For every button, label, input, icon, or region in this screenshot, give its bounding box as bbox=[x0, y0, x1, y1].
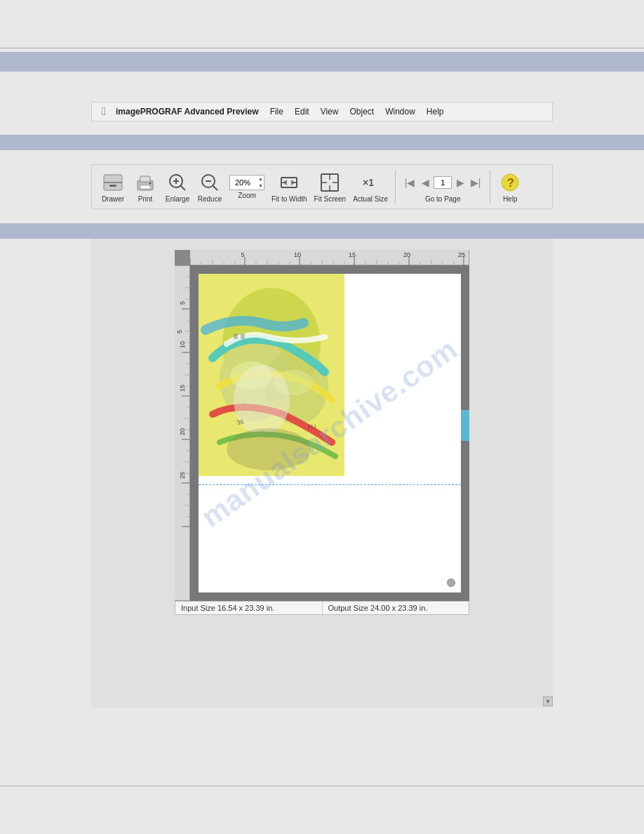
svg-rect-98 bbox=[241, 333, 245, 339]
output-size-label: Output Size 24.00 x 23.39 in. bbox=[323, 602, 469, 614]
help-button[interactable]: ? Help bbox=[495, 168, 525, 206]
fit-to-width-label: Fit to Width bbox=[271, 195, 307, 203]
svg-rect-2 bbox=[109, 185, 116, 187]
svg-text:5: 5 bbox=[179, 301, 186, 305]
menu-file[interactable]: File bbox=[270, 107, 283, 117]
right-scroll-tab[interactable] bbox=[461, 410, 469, 441]
zoom-control: ▲ ▼ Zoom bbox=[227, 172, 267, 202]
actual-size-button[interactable]: ×1 Actual Size bbox=[350, 168, 391, 206]
image-content: 36 111 bbox=[199, 274, 344, 476]
bottom-divider bbox=[0, 786, 644, 786]
menu-window[interactable]: Window bbox=[385, 107, 415, 117]
svg-text:10: 10 bbox=[179, 341, 186, 348]
menu-help[interactable]: Help bbox=[427, 107, 444, 117]
print-icon bbox=[134, 171, 156, 194]
actual-size-icon: ×1 bbox=[359, 171, 382, 194]
svg-rect-97 bbox=[234, 333, 238, 339]
enlarge-label: Enlarge bbox=[166, 195, 189, 203]
svg-rect-1 bbox=[104, 182, 122, 183]
menu-view[interactable]: View bbox=[321, 107, 339, 117]
help-label: Help bbox=[503, 195, 518, 203]
reduce-button[interactable]: Reduce bbox=[194, 168, 225, 206]
go-to-page-control: |◀ ◀ ▶ ▶| Go to Page bbox=[400, 168, 485, 206]
menu-bar:  imagePROGRAF Advanced Preview File Edi… bbox=[91, 102, 553, 121]
zoom-input[interactable] bbox=[230, 178, 255, 187]
next-page-button[interactable]: ▶ bbox=[453, 176, 467, 190]
fit-screen-label: Fit Screen bbox=[314, 195, 347, 203]
input-size-label: Input Size 16.54 x 23.39 in. bbox=[175, 602, 323, 614]
toolbar: Drawer Print Enlarge bbox=[91, 164, 553, 209]
page-number-input[interactable] bbox=[434, 176, 452, 189]
page-with-ruler: 5 10 15 20 25 bbox=[175, 250, 469, 601]
preview-wrapper: 5 10 15 20 25 bbox=[175, 250, 469, 615]
ruler-left-svg: 5 5 10 15 20 25 bbox=[175, 265, 190, 601]
zoom-up-arrow[interactable]: ▲ bbox=[258, 176, 263, 183]
zoom-down-arrow[interactable]: ▼ bbox=[258, 183, 263, 190]
menu-items: File Edit View Object Window Help bbox=[270, 107, 444, 117]
ruler-top-svg: 5 10 15 20 25 bbox=[190, 250, 469, 265]
last-page-button[interactable]: ▶| bbox=[469, 176, 483, 190]
toolbar-separator-2 bbox=[490, 170, 490, 204]
svg-point-104 bbox=[227, 428, 311, 470]
svg-rect-4 bbox=[140, 176, 150, 182]
apple-icon:  bbox=[98, 105, 110, 118]
svg-line-12 bbox=[213, 185, 217, 190]
cut-line: ✂ bbox=[199, 484, 461, 485]
stripe-1 bbox=[0, 135, 644, 150]
top-divider bbox=[0, 48, 644, 48]
go-to-page-label: Go to Page bbox=[425, 195, 461, 203]
svg-text:36: 36 bbox=[236, 418, 245, 426]
ruler-left: 5 5 10 15 20 25 bbox=[175, 265, 190, 601]
stripe-2 bbox=[0, 223, 644, 239]
svg-text:20: 20 bbox=[403, 251, 410, 258]
app-title: imagePROGRAF Advanced Preview bbox=[116, 107, 259, 117]
print-button[interactable]: Print bbox=[130, 168, 161, 206]
ruler-top: 5 10 15 20 25 bbox=[190, 250, 469, 265]
actual-size-label: Actual Size bbox=[353, 195, 388, 203]
menu-object[interactable]: Object bbox=[349, 107, 374, 117]
resize-handle[interactable] bbox=[447, 578, 455, 587]
drawer-button[interactable]: Drawer bbox=[98, 168, 128, 206]
toolbar-separator bbox=[395, 170, 396, 204]
menu-edit[interactable]: Edit bbox=[295, 107, 309, 117]
svg-text:5: 5 bbox=[241, 251, 244, 258]
fit-screen-icon bbox=[318, 171, 341, 194]
fit-screen-button[interactable]: Fit Screen bbox=[311, 168, 349, 206]
reduce-label: Reduce bbox=[198, 195, 222, 203]
white-paper: 36 111 ✂ bbox=[199, 274, 461, 593]
svg-point-6 bbox=[149, 182, 152, 184]
fit-to-width-button[interactable]: Fit to Width bbox=[269, 168, 310, 206]
tape-measure-image: 36 111 bbox=[199, 274, 344, 476]
svg-text:25: 25 bbox=[458, 251, 465, 258]
drawer-label: Drawer bbox=[102, 195, 124, 203]
svg-text:×1: ×1 bbox=[363, 177, 374, 188]
svg-text:15: 15 bbox=[349, 251, 356, 258]
enlarge-icon bbox=[166, 171, 189, 194]
help-icon: ? bbox=[499, 171, 521, 194]
main-content-area: 5 10 15 20 25 bbox=[91, 239, 553, 708]
svg-text:15: 15 bbox=[179, 385, 186, 392]
svg-line-8 bbox=[180, 185, 185, 190]
canvas-background: 36 111 ✂ bbox=[190, 265, 469, 601]
reduce-icon bbox=[199, 171, 221, 194]
print-label: Print bbox=[138, 195, 153, 203]
svg-text:5: 5 bbox=[176, 330, 183, 333]
enlarge-button[interactable]: Enlarge bbox=[162, 168, 193, 206]
svg-text:?: ? bbox=[507, 177, 514, 189]
svg-text:20: 20 bbox=[179, 428, 186, 435]
svg-text:25: 25 bbox=[179, 472, 186, 479]
header-bar bbox=[0, 52, 644, 72]
svg-rect-5 bbox=[140, 185, 150, 189]
status-bar: Input Size 16.54 x 23.39 in. Output Size… bbox=[175, 601, 469, 615]
prev-page-button[interactable]: ◀ bbox=[418, 176, 432, 190]
svg-text:10: 10 bbox=[294, 251, 301, 258]
zoom-label: Zoom bbox=[238, 192, 256, 199]
first-page-button[interactable]: |◀ bbox=[403, 176, 417, 190]
drawer-icon bbox=[102, 171, 124, 194]
fit-to-width-icon bbox=[278, 171, 300, 194]
bottom-scroll-button[interactable]: ▼ bbox=[543, 696, 553, 706]
svg-text:111: 111 bbox=[307, 423, 317, 430]
